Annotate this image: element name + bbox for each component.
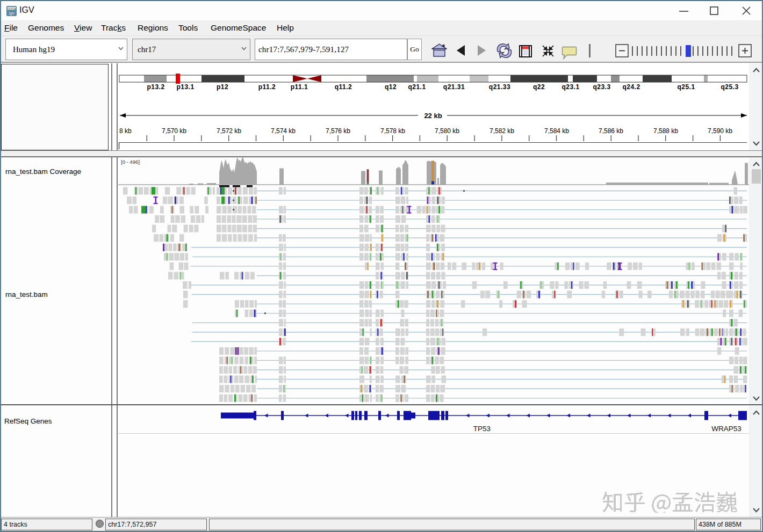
svg-text:7,584 kb: 7,584 kb [544,127,569,135]
svg-text:q23.3: q23.3 [593,83,610,91]
svg-text:q25.1: q25.1 [677,83,695,91]
svg-text:7,586 kb: 7,586 kb [599,127,623,135]
svg-text:p13.2: p13.2 [147,83,164,91]
svg-text:p12: p12 [217,83,228,91]
svg-text:q21.31: q21.31 [443,83,465,91]
svg-text:8 kb: 8 kb [119,127,132,135]
svg-text:p13.1: p13.1 [176,83,194,91]
svg-text:22 kb: 22 kb [424,112,442,120]
svg-text:q11.2: q11.2 [335,83,352,91]
svg-text:7,580 kb: 7,580 kb [435,127,459,135]
svg-text:p11.2: p11.2 [258,83,276,91]
svg-text:q24.2: q24.2 [622,83,640,91]
svg-text:q21.1: q21.1 [408,83,426,91]
svg-text:7,570 kb: 7,570 kb [162,127,186,135]
svg-text:7,576 kb: 7,576 kb [326,127,350,135]
svg-text:7,572 kb: 7,572 kb [217,127,241,135]
svg-text:7,590 kb: 7,590 kb [708,127,732,135]
svg-text:p11.1: p11.1 [291,83,308,91]
svg-text:q23.1: q23.1 [562,83,579,91]
svg-text:q21.33: q21.33 [489,83,510,91]
svg-text:[0 - 496]: [0 - 496] [121,159,140,165]
svg-text:7,582 kb: 7,582 kb [490,127,514,135]
svg-text:7,574 kb: 7,574 kb [271,127,296,135]
svg-text:7,588 kb: 7,588 kb [653,127,678,135]
svg-text:q22: q22 [533,83,545,91]
svg-text:q25.3: q25.3 [721,83,738,91]
svg-text:TP53: TP53 [473,425,491,433]
svg-text:igv: igv [9,10,15,16]
svg-text:q12: q12 [385,83,397,91]
svg-text:WRAP53: WRAP53 [711,425,742,433]
svg-text:7,578 kb: 7,578 kb [380,127,405,135]
